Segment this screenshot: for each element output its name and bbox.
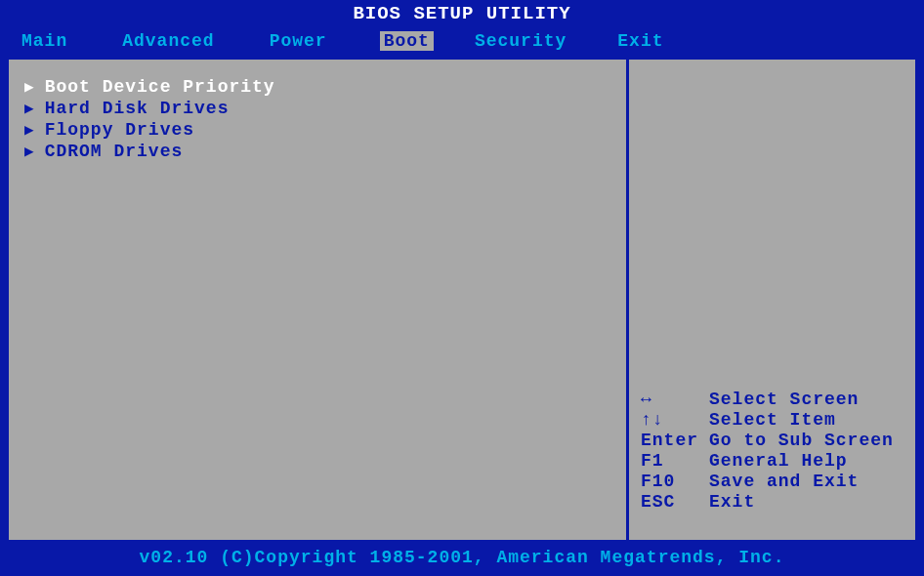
help-action: Select Screen: [709, 390, 903, 409]
boot-item-label: CDROM Drives: [45, 142, 184, 161]
arrow-icon: ▶: [24, 142, 35, 161]
arrow-icon: ▶: [24, 77, 35, 97]
content-area: ▶ Boot Device Priority ▶ Hard Disk Drive…: [6, 57, 918, 543]
help-key: ↔: [641, 390, 709, 409]
bios-title: BIOS SETUP UTILITY: [353, 3, 570, 24]
tab-exit[interactable]: Exit: [613, 31, 667, 51]
tab-power[interactable]: Power: [266, 31, 331, 51]
help-action: General Help: [709, 451, 903, 471]
menu-bar: Main Advanced Power Boot Security Exit: [0, 27, 924, 57]
boot-options-panel: ▶ Boot Device Priority ▶ Hard Disk Drive…: [9, 60, 629, 540]
help-row: F10 Save and Exit: [641, 472, 903, 491]
boot-item-cdrom[interactable]: ▶ CDROM Drives: [24, 142, 610, 161]
help-row: F1 General Help: [641, 451, 903, 471]
boot-item-label: Hard Disk Drives: [45, 99, 230, 118]
boot-item-label: Boot Device Priority: [45, 77, 275, 97]
help-key: F1: [641, 451, 709, 471]
boot-item-floppy[interactable]: ▶ Floppy Drives: [24, 120, 610, 140]
help-row: ESC Exit: [641, 492, 903, 512]
help-key: F10: [641, 472, 709, 491]
arrow-icon: ▶: [24, 99, 35, 118]
help-key: ESC: [641, 492, 709, 512]
boot-item-label: Floppy Drives: [45, 120, 194, 140]
tab-advanced[interactable]: Advanced: [118, 31, 218, 51]
tab-boot[interactable]: Boot: [380, 31, 434, 51]
help-section: ↔ Select Screen ↑↓ Select Item Enter Go …: [641, 390, 903, 522]
help-key: ↑↓: [641, 410, 709, 430]
boot-item-hdd[interactable]: ▶ Hard Disk Drives: [24, 99, 610, 118]
help-row: ↔ Select Screen: [641, 390, 903, 409]
tab-security[interactable]: Security: [471, 31, 570, 51]
help-key: Enter: [641, 431, 709, 450]
help-action: Select Item: [709, 410, 903, 430]
footer-bar: v02.10 (C)Copyright 1985-2001, American …: [0, 543, 924, 572]
help-row: Enter Go to Sub Screen: [641, 431, 903, 450]
help-action: Exit: [709, 492, 903, 512]
help-action: Go to Sub Screen: [709, 431, 903, 450]
tab-main[interactable]: Main: [18, 31, 71, 51]
title-bar: BIOS SETUP UTILITY: [0, 0, 924, 27]
help-panel: ↔ Select Screen ↑↓ Select Item Enter Go …: [629, 60, 915, 540]
help-row: ↑↓ Select Item: [641, 410, 903, 430]
copyright-text: v02.10 (C)Copyright 1985-2001, American …: [140, 548, 785, 567]
help-action: Save and Exit: [709, 472, 903, 491]
boot-item-priority[interactable]: ▶ Boot Device Priority: [24, 77, 610, 97]
arrow-icon: ▶: [24, 120, 35, 140]
